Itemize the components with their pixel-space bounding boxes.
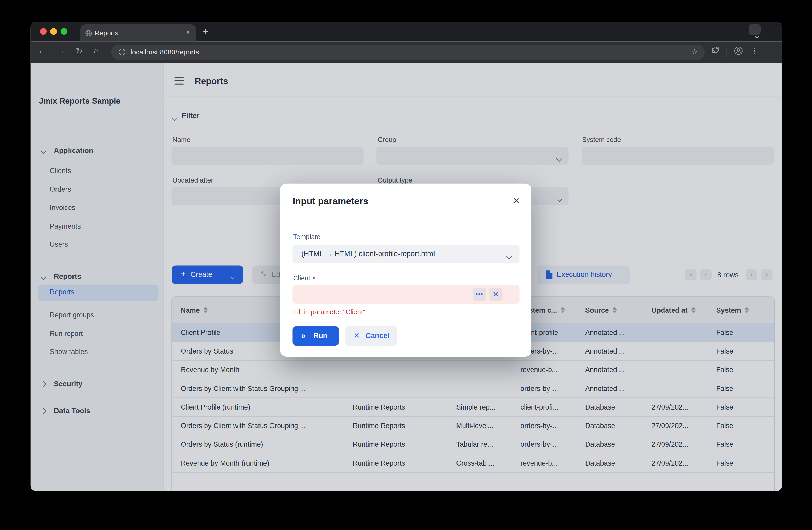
- chevron-down-icon: [506, 254, 512, 260]
- cancel-button[interactable]: ✕ Cancel: [345, 326, 397, 346]
- client-clear-button[interactable]: ✕: [489, 288, 502, 301]
- client-lookup-button[interactable]: •••: [473, 288, 486, 301]
- reload-icon[interactable]: ↻: [76, 46, 83, 56]
- browser-menu-icon[interactable]: ⋮: [750, 46, 759, 56]
- dialog-close-icon[interactable]: ✕: [513, 196, 520, 206]
- browser-toolbar: ← → ↻ ⌂ ⓘ localhost:8080/reports ☆ ⋮: [31, 41, 782, 63]
- zoom-window-button[interactable]: [61, 28, 68, 35]
- tab-strip: Reports × +: [31, 22, 782, 41]
- run-button[interactable]: » Run: [292, 326, 338, 346]
- x-icon: ✕: [354, 331, 360, 340]
- bookmark-star-icon[interactable]: ☆: [691, 48, 698, 56]
- required-dot: •: [313, 273, 315, 282]
- address-bar[interactable]: ⓘ localhost:8080/reports ☆: [112, 44, 705, 60]
- extensions-puzzle-icon[interactable]: [712, 46, 720, 57]
- template-select[interactable]: (HTML → HTML) client-profile-report.html: [292, 245, 519, 263]
- template-label: Template: [293, 233, 320, 241]
- browser-tab[interactable]: Reports ×: [80, 24, 196, 41]
- client-label: Client•: [293, 273, 315, 282]
- input-parameters-dialog: Input parameters ✕ Template (HTML → HTML…: [280, 184, 531, 357]
- client-picker-field[interactable]: ••• ✕: [292, 285, 519, 304]
- toolbar-divider: [726, 48, 726, 57]
- profile-icon[interactable]: [734, 46, 743, 58]
- double-chevron-icon: »: [301, 331, 306, 340]
- browser-window: Reports × + ← → ↻ ⌂ ⓘ localhost:8080/rep…: [31, 22, 782, 491]
- minimize-window-button[interactable]: [50, 28, 57, 35]
- back-icon[interactable]: ←: [38, 46, 46, 56]
- validation-error-text: Fill in parameter "Client": [293, 308, 365, 316]
- forward-icon[interactable]: →: [57, 46, 65, 56]
- globe-favicon-icon: [85, 30, 92, 37]
- home-icon[interactable]: ⌂: [93, 46, 99, 56]
- new-tab-button[interactable]: +: [202, 26, 208, 38]
- url-text: localhost:8080/reports: [131, 48, 199, 56]
- close-window-button[interactable]: [40, 28, 46, 35]
- tab-title: Reports: [95, 29, 118, 37]
- tab-search-button[interactable]: [749, 24, 761, 36]
- tab-close-icon[interactable]: ×: [186, 28, 190, 37]
- site-info-icon[interactable]: ⓘ: [118, 48, 125, 57]
- screen: Reports × + ← → ↻ ⌂ ⓘ localhost:8080/rep…: [0, 0, 812, 530]
- dialog-title: Input parameters: [292, 196, 368, 207]
